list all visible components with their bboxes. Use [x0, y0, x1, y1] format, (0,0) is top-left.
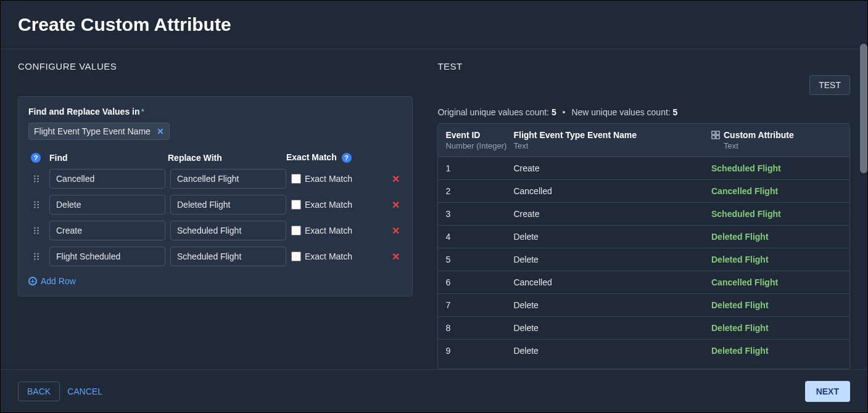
cell-event-name: Delete [513, 300, 711, 310]
plus-icon: + [28, 277, 37, 285]
table-row: 5DeleteDeleted Flight [438, 248, 849, 271]
find-input[interactable] [49, 247, 165, 266]
delete-row-icon[interactable]: ✕ [392, 225, 402, 237]
th-event-id: Event ID Number (Integer) [445, 130, 513, 150]
svg-point-1 [37, 175, 38, 176]
delete-row-icon[interactable]: ✕ [392, 251, 402, 263]
rules-header: ? Find Replace With Exact Match ? [28, 152, 402, 163]
svg-point-18 [34, 253, 35, 254]
test-button[interactable]: TEST [809, 75, 850, 95]
exact-match-checkbox[interactable] [291, 200, 301, 210]
cancel-button[interactable]: CANCEL [67, 386, 102, 396]
find-column-header: Find [49, 153, 168, 163]
source-column-chip[interactable]: Flight Event Type Event Name ✕ [28, 123, 170, 140]
th-custom-attribute: Custom Attribute Text [711, 130, 842, 150]
svg-rect-24 [712, 131, 715, 134]
svg-point-2 [34, 178, 35, 179]
help-column: ? [28, 152, 49, 163]
exact-match-checkbox[interactable] [291, 174, 301, 184]
svg-point-10 [34, 206, 35, 208]
svg-rect-26 [712, 136, 715, 139]
test-pane: TEST TEST Original unique values count: … [425, 44, 867, 369]
svg-point-8 [34, 204, 35, 205]
chip-label: Flight Event Type Event Name [34, 126, 151, 136]
th-event-name: Flight Event Type Event Name Text [513, 130, 711, 150]
cell-custom-attribute: Deleted Flight [711, 323, 842, 333]
header: Create Custom Attribute [1, 1, 867, 49]
rule-row: Exact Match✕ [28, 221, 402, 240]
svg-point-5 [37, 181, 38, 182]
cell-custom-attribute: Deleted Flight [711, 232, 842, 242]
svg-point-7 [37, 201, 38, 202]
replace-input[interactable] [170, 221, 286, 240]
svg-point-0 [34, 175, 35, 176]
test-header: TEST [437, 61, 850, 72]
svg-point-6 [34, 201, 35, 202]
delete-row-icon[interactable]: ✕ [392, 199, 402, 211]
drag-handle-icon[interactable] [28, 252, 44, 261]
replace-input[interactable] [170, 195, 286, 215]
cell-custom-attribute: Cancelled Flight [711, 186, 842, 196]
cell-event-id: 9 [445, 346, 513, 356]
scrollbar-thumb[interactable] [860, 44, 867, 173]
drag-handle-icon[interactable] [28, 200, 44, 209]
exact-match-checkbox[interactable] [291, 251, 301, 261]
cell-event-id: 2 [445, 186, 513, 196]
replace-column-header: Replace With [168, 153, 286, 163]
svg-point-19 [37, 253, 38, 254]
cell-event-id: 8 [445, 323, 513, 333]
find-input[interactable] [49, 195, 165, 215]
svg-rect-27 [716, 136, 719, 139]
next-button[interactable]: NEXT [805, 381, 850, 402]
table-header: Event ID Number (Integer) Flight Event T… [438, 124, 849, 157]
table-row: 6CancelledCancelled Flight [438, 271, 849, 293]
drag-handle-icon[interactable] [28, 226, 44, 235]
help-icon[interactable]: ? [31, 153, 41, 163]
find-input[interactable] [49, 221, 165, 240]
main: CONFIGURE VALUES Find and Replace Values… [1, 44, 867, 369]
exact-match-checkbox[interactable] [291, 226, 301, 235]
table-row: 2CancelledCancelled Flight [438, 179, 849, 202]
footer: BACK CANCEL NEXT [1, 369, 867, 412]
table-body[interactable]: 1CreateScheduled Flight2CancelledCancell… [438, 157, 849, 369]
new-count-label: New unique values count: [571, 107, 670, 117]
chip-remove-icon[interactable]: ✕ [157, 126, 164, 136]
separator-dot: • [563, 107, 566, 117]
table-row: 4DeleteDeleted Flight [438, 225, 849, 248]
svg-point-22 [34, 258, 35, 260]
results-table: Event ID Number (Integer) Flight Event T… [437, 123, 850, 369]
rule-row: Exact Match✕ [28, 247, 402, 266]
find-replace-label: Find and Replace Values in [28, 107, 140, 117]
replace-input[interactable] [170, 247, 286, 266]
cell-custom-attribute: Scheduled Flight [711, 209, 842, 219]
configure-card: Find and Replace Values in* Flight Event… [18, 96, 413, 296]
cell-event-id: 7 [445, 300, 513, 310]
svg-point-13 [37, 227, 38, 228]
exact-match-label: Exact Match [305, 226, 352, 235]
cell-custom-attribute: Deleted Flight [711, 346, 842, 356]
help-icon[interactable]: ? [342, 153, 352, 163]
back-button[interactable]: BACK [18, 382, 60, 401]
cell-event-name: Delete [513, 323, 711, 333]
cell-event-id: 4 [445, 232, 513, 242]
delete-row-icon[interactable]: ✕ [392, 173, 402, 185]
svg-point-4 [34, 181, 35, 182]
orig-count-label: Original unique values count: [437, 107, 549, 117]
find-input[interactable] [49, 169, 165, 189]
test-section-title: TEST [437, 61, 462, 72]
exact-match-label: Exact Match [305, 200, 352, 210]
replace-input[interactable] [170, 169, 286, 189]
cell-event-name: Create [513, 163, 711, 173]
cell-event-id: 1 [445, 163, 513, 173]
cell-event-name: Cancelled [513, 186, 711, 196]
cell-event-name: Delete [513, 346, 711, 356]
configure-section-title: CONFIGURE VALUES [18, 61, 413, 72]
add-row-button[interactable]: + Add Row [28, 276, 76, 286]
custom-attribute-icon [711, 131, 720, 139]
table-row: 3CreateScheduled Flight [438, 202, 849, 225]
svg-point-12 [34, 227, 35, 228]
table-row: 8DeleteDeleted Flight [438, 316, 849, 339]
svg-point-15 [37, 230, 38, 231]
drag-handle-icon[interactable] [28, 174, 44, 183]
configure-pane: CONFIGURE VALUES Find and Replace Values… [1, 44, 425, 369]
